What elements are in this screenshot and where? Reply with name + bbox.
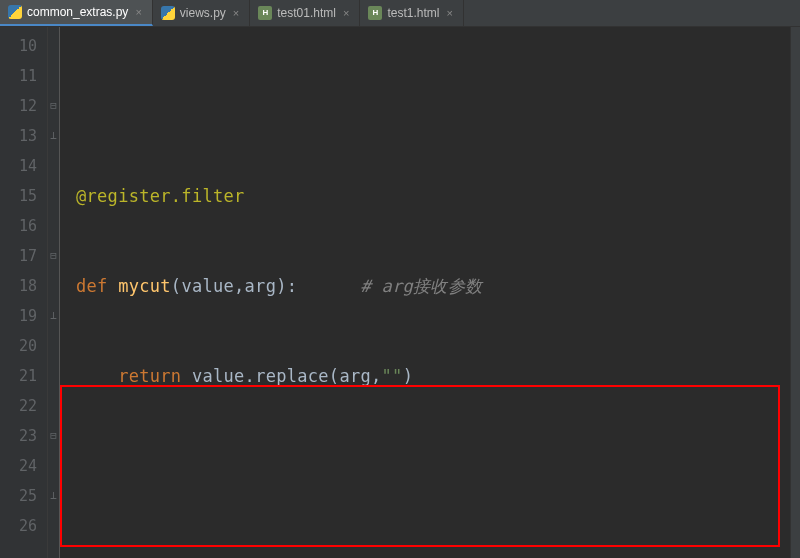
code-line: [76, 451, 790, 481]
line-number: 16: [0, 211, 37, 241]
line-number: 17: [0, 241, 37, 271]
fold-marker[interactable]: [48, 511, 59, 541]
line-number: 24: [0, 451, 37, 481]
fold-marker[interactable]: [48, 61, 59, 91]
close-icon[interactable]: ×: [444, 7, 454, 19]
tab-test1[interactable]: H test1.html ×: [360, 0, 463, 26]
line-number: 11: [0, 61, 37, 91]
close-icon[interactable]: ×: [341, 7, 351, 19]
line-number: 20: [0, 331, 37, 361]
python-icon: [8, 5, 22, 19]
line-number: 18: [0, 271, 37, 301]
tab-label: common_extras.py: [27, 5, 128, 19]
code-line: def mycut(value,arg): # arg接收参数: [76, 271, 790, 301]
line-number: 13: [0, 121, 37, 151]
fold-marker[interactable]: ⊥: [48, 301, 59, 331]
fold-marker[interactable]: [48, 211, 59, 241]
fold-marker[interactable]: [48, 361, 59, 391]
fold-marker[interactable]: [48, 391, 59, 421]
close-icon[interactable]: ×: [231, 7, 241, 19]
tab-common-extras[interactable]: common_extras.py ×: [0, 0, 153, 26]
line-number: 22: [0, 391, 37, 421]
line-number: 14: [0, 151, 37, 181]
line-number: 23: [0, 421, 37, 451]
gutter: 1011121314151617181920212223242526: [0, 27, 48, 558]
fold-marker[interactable]: [48, 331, 59, 361]
fold-marker[interactable]: ⊟: [48, 241, 59, 271]
line-number: 26: [0, 511, 37, 541]
fold-marker[interactable]: ⊟: [48, 421, 59, 451]
code-line: [76, 541, 790, 558]
code-line: @register.filter: [76, 181, 790, 211]
fold-marker[interactable]: [48, 451, 59, 481]
fold-marker[interactable]: [48, 151, 59, 181]
html-icon: H: [368, 6, 382, 20]
close-icon[interactable]: ×: [133, 6, 143, 18]
line-number: 12: [0, 91, 37, 121]
fold-marker[interactable]: [48, 31, 59, 61]
fold-marker[interactable]: [48, 181, 59, 211]
fold-marker[interactable]: ⊥: [48, 121, 59, 151]
fold-marker[interactable]: ⊥: [48, 481, 59, 511]
fold-column: ⊟⊥⊟⊥⊟⊥: [48, 27, 60, 558]
line-number: 10: [0, 31, 37, 61]
fold-marker[interactable]: [48, 271, 59, 301]
code-line: [76, 91, 790, 121]
line-number: 21: [0, 361, 37, 391]
tab-test01[interactable]: H test01.html ×: [250, 0, 360, 26]
code-line: return value.replace(arg,""): [76, 361, 790, 391]
scrollbar[interactable]: [790, 27, 800, 558]
code-area[interactable]: @register.filter def mycut(value,arg): #…: [60, 27, 790, 558]
tab-bar: common_extras.py × views.py × H test01.h…: [0, 0, 800, 27]
tab-label: views.py: [180, 6, 226, 20]
fold-marker[interactable]: ⊟: [48, 91, 59, 121]
tab-label: test01.html: [277, 6, 336, 20]
python-icon: [161, 6, 175, 20]
line-number: 25: [0, 481, 37, 511]
line-number: 19: [0, 301, 37, 331]
tab-label: test1.html: [387, 6, 439, 20]
line-number: 15: [0, 181, 37, 211]
tab-views[interactable]: views.py ×: [153, 0, 250, 26]
html-icon: H: [258, 6, 272, 20]
editor[interactable]: 1011121314151617181920212223242526 ⊟⊥⊟⊥⊟…: [0, 27, 800, 558]
